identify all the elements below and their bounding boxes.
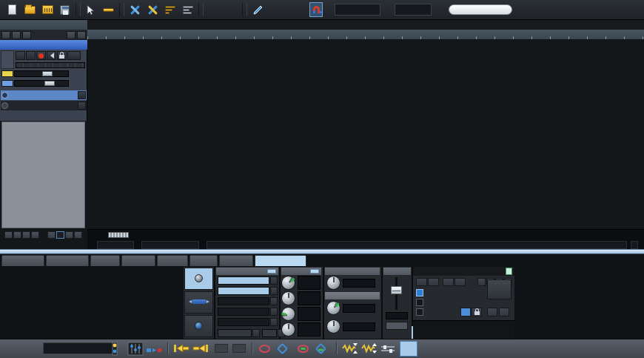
import-audio-button[interactable] [38,1,56,18]
plugin-slot-2[interactable] [218,287,278,295]
project-tab[interactable] [0,20,87,30]
bypass-fx-checkbox[interactable] [416,299,423,306]
add-track-button[interactable] [1,50,14,69]
add-plugin-slot[interactable] [1,101,87,110]
freeze-checkbox[interactable] [416,308,423,316]
overview-box[interactable] [1,122,85,228]
zoom-button-3[interactable] [65,231,73,239]
object-solo-button[interactable] [487,308,497,316]
tab-time-display[interactable] [46,255,89,266]
track-record-button[interactable] [36,51,46,60]
track-monitor-button[interactable] [47,51,56,60]
gain-knob[interactable] [326,276,341,290]
offline-fx-button[interactable] [218,329,252,337]
redo-button[interactable] [223,1,241,18]
track-options-button[interactable] [67,31,76,39]
plugin-slot-3-name[interactable] [218,297,269,305]
snap-value-dropdown[interactable] [335,4,380,16]
search-input[interactable] [449,4,512,15]
fade-tool-button[interactable] [161,1,179,18]
volume-slider-handle[interactable] [42,71,53,76]
object-editor-tab-position[interactable] [184,291,213,314]
transport-end-button[interactable] [631,241,638,249]
pan-slider-handle[interactable] [44,81,55,86]
go-to-end-button[interactable] [192,341,209,356]
plugin-slot-2-name[interactable] [218,287,269,295]
plugin-slot-5[interactable] [218,318,278,326]
plugin-slot-4-name[interactable] [218,308,269,316]
add-plugin-caret-icon[interactable] [78,102,86,110]
object-lock-button[interactable] [472,308,482,316]
eq-enable-toggle[interactable] [310,269,319,274]
zoom-button-2[interactable] [56,231,64,239]
go-to-start-button[interactable] [173,341,189,356]
setup-button-4[interactable] [31,231,39,239]
eq-band-1-knob[interactable] [281,276,295,290]
timeline-ruler[interactable] [87,30,644,40]
save-button[interactable] [56,1,74,18]
next-object-down-button[interactable] [428,278,439,286]
track-solo-button[interactable] [16,51,25,60]
all-mute-button[interactable] [22,31,31,39]
all-solo-button[interactable] [12,31,21,39]
open-project-button[interactable] [21,1,38,18]
take-button-1[interactable] [477,278,486,286]
tab-soundpool[interactable] [1,255,44,266]
comments-area[interactable] [413,320,514,339]
tab-markers[interactable] [219,255,253,266]
panel-splitter[interactable] [0,249,644,254]
cursor-tool-button[interactable] [82,1,100,18]
offline-fx-caret-icon[interactable] [252,329,260,337]
object-editor-toggle-button[interactable] [400,341,417,357]
timeline-scroll-handle[interactable] [108,232,129,238]
next-object-button[interactable] [455,278,466,286]
align-tool-button[interactable] [179,1,197,18]
normalize-button[interactable] [386,322,408,330]
channel-strip-button[interactable] [110,341,120,356]
plugins-enable-toggle[interactable] [267,269,276,274]
tab-object-editor[interactable] [255,255,306,266]
track-title-bar[interactable] [0,40,87,50]
pos-value[interactable] [97,241,134,249]
vol-slider-handle[interactable] [391,286,402,294]
tab-files[interactable] [90,255,120,266]
tab-takes[interactable] [189,255,218,266]
pen-setup-button[interactable] [249,1,266,18]
object-mute-button[interactable] [499,308,509,316]
crossfade-button[interactable] [144,1,161,18]
eq-band-4-knob[interactable] [281,322,295,337]
loop-h-button[interactable] [259,341,270,356]
workspace-dropdown[interactable] [43,342,117,354]
len-value[interactable] [141,241,199,249]
plugin-slot-4-caret-icon[interactable] [270,308,278,316]
snap-toggle-button[interactable] [309,2,323,17]
fader-view-button[interactable] [380,341,395,356]
plugin-slot-3[interactable] [218,297,278,305]
track-lock-button[interactable] [57,51,67,60]
waveform-display[interactable] [87,40,644,229]
plugin-slot-1-name[interactable] [218,276,269,285]
range-back-button-disabled[interactable] [215,341,228,356]
track-fx-button[interactable] [67,51,81,60]
play-range-v-button[interactable] [317,341,325,356]
object-editor-tab-time-pitch[interactable] [184,315,213,337]
track-grid-button[interactable] [1,31,10,39]
setup-button-2[interactable] [13,231,21,239]
track-view-button[interactable] [77,31,86,39]
undo-button[interactable] [205,1,223,18]
loop-v-button[interactable] [278,341,286,356]
plugin-slot-1[interactable] [218,276,278,285]
play-range-h-button[interactable] [298,341,309,356]
zoom-wave-out-button[interactable] [342,341,358,356]
zoom-button-1[interactable] [47,231,56,239]
end-value[interactable] [207,241,627,249]
prev-object-button[interactable] [443,278,454,286]
tab-objects[interactable] [121,255,155,266]
range-forward-button-disabled[interactable] [232,341,246,356]
plugin-slot-1-caret-icon[interactable] [270,276,278,285]
track-plugin-slot[interactable] [1,90,87,100]
object-color-indicator[interactable] [506,268,512,275]
mixer-button[interactable] [127,341,145,356]
pan-knob[interactable] [326,301,341,315]
plugin-slot-4[interactable] [218,308,278,316]
